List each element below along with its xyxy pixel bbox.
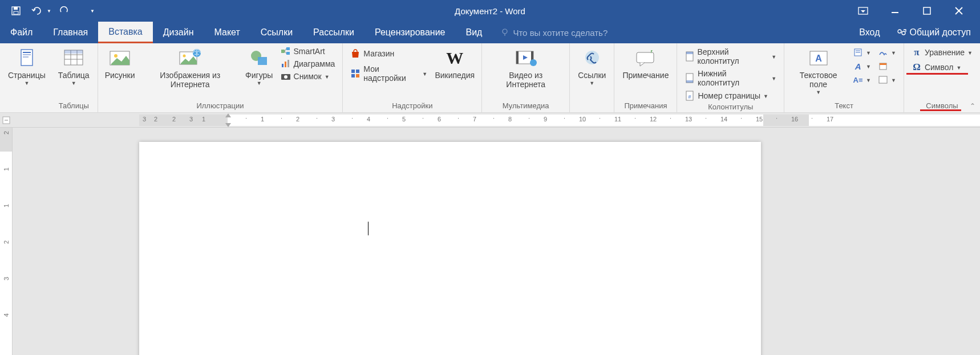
equation-button[interactable]: π Уравнение ▼ [910, 47, 974, 58]
window-controls [852, 3, 980, 19]
store-button[interactable]: Магазин [349, 48, 429, 59]
video-icon [515, 47, 537, 70]
svg-rect-41 [351, 74, 355, 77]
ribbon: Страницы ▼ Таблица ▼ Таблицы Рисунки Изо… [0, 43, 980, 113]
tab-view[interactable]: Вид [455, 22, 492, 43]
pagenum-icon: # [685, 91, 695, 101]
document-page[interactable] [139, 142, 761, 355]
group-illustrations: Рисунки Изображения из Интернета Фигуры … [98, 43, 343, 112]
svg-point-8 [503, 29, 507, 34]
tell-me-placeholder: Что вы хотите сделать? [513, 28, 608, 38]
share-icon [896, 27, 906, 38]
tell-me-search[interactable]: Что вы хотите сделать? [500, 22, 608, 43]
datetime-button[interactable] [876, 60, 890, 72]
tab-file[interactable]: Файл [0, 22, 43, 43]
svg-rect-31 [286, 52, 290, 55]
links-button[interactable]: Ссылки ▼ [576, 46, 608, 87]
chevron-down-icon: ▼ [325, 74, 330, 80]
footer-button[interactable]: Нижний колонтитул ▼ [683, 68, 778, 88]
comment-button[interactable]: Примечание [620, 46, 671, 81]
header-button[interactable]: Верхний колонтитул ▼ [683, 47, 778, 66]
tab-references[interactable]: Ссылки [250, 22, 303, 43]
svg-rect-2 [14, 11, 18, 14]
pictures-button[interactable]: Рисунки [104, 46, 136, 81]
svg-rect-29 [281, 50, 285, 53]
shapes-button[interactable]: Фигуры ▼ [244, 46, 274, 87]
lightbulb-icon [500, 28, 509, 37]
close-button[interactable] [948, 3, 970, 19]
undo-button[interactable] [29, 3, 44, 19]
svg-rect-34 [282, 64, 284, 67]
signature-icon [878, 47, 888, 58]
tab-review[interactable]: Рецензирование [365, 22, 456, 43]
chart-button[interactable]: Диаграмма [279, 58, 337, 70]
chevron-down-icon: ▼ [422, 71, 427, 77]
redo-button[interactable] [56, 3, 72, 19]
quickparts-button[interactable]: ▼ [851, 47, 873, 58]
svg-point-38 [284, 75, 287, 79]
svg-text:#: # [689, 94, 691, 100]
wikipedia-button[interactable]: W Википедия [434, 46, 476, 81]
ribbon-tabs: Файл Главная Вставка Дизайн Макет Ссылки… [0, 22, 980, 43]
save-button[interactable] [8, 3, 24, 19]
undo-dropdown-icon[interactable]: ▼ [47, 9, 51, 14]
textbox-button[interactable]: A Текстовое поле ▼ [790, 46, 847, 96]
wordart-button[interactable]: A▼ [851, 60, 873, 72]
annotation-underline [920, 109, 961, 111]
svg-text:A: A [815, 54, 822, 63]
smartart-button[interactable]: SmartArt [279, 46, 337, 57]
table-button[interactable]: Таблица ▼ [56, 46, 92, 87]
chevron-down-icon: ▼ [816, 89, 821, 95]
footer-icon [685, 73, 695, 83]
online-pictures-button[interactable]: Изображения из Интернета [141, 46, 240, 90]
chart-icon [281, 59, 291, 69]
tab-design[interactable]: Дизайн [153, 22, 204, 43]
svg-rect-48 [637, 52, 654, 63]
tab-home[interactable]: Главная [43, 22, 98, 43]
tab-insert[interactable]: Вставка [98, 22, 152, 43]
svg-rect-21 [64, 50, 83, 54]
quickparts-icon [853, 47, 863, 58]
share-button[interactable]: Общий доступ [893, 22, 975, 43]
signature-button[interactable]: ▼ [876, 47, 898, 58]
addins-icon [350, 68, 361, 79]
svg-rect-39 [351, 70, 355, 73]
svg-rect-40 [356, 70, 359, 73]
svg-rect-15 [23, 56, 29, 58]
object-icon [878, 75, 888, 85]
screenshot-button[interactable]: Снимок ▼ [279, 71, 337, 82]
svg-rect-28 [258, 57, 267, 65]
tab-layout[interactable]: Макет [204, 22, 250, 43]
datetime-icon [878, 61, 888, 71]
group-text: A Текстовое поле ▼ ▼ ▼ A▼ A≡▼ ▼ Текст [784, 43, 904, 112]
object-button[interactable]: ▼ [876, 74, 898, 85]
symbol-button[interactable]: Ω Символ ▼ [910, 62, 974, 73]
annotation-underline [906, 73, 968, 75]
svg-rect-50 [686, 52, 693, 54]
ribbon-display-icon[interactable] [852, 3, 874, 19]
qat-customize-icon[interactable]: ▼ [90, 9, 95, 14]
collapse-ribbon-icon[interactable]: ⌃ [970, 102, 975, 110]
svg-rect-42 [356, 74, 359, 77]
ruler-corner-icon[interactable] [2, 116, 11, 125]
header-icon [685, 51, 694, 62]
ruler-horizontal[interactable]: 323211·2·3·4·5·6·7·8·9·10·11·12·13·14·15… [0, 113, 980, 128]
signin-button[interactable]: Вход [853, 22, 885, 43]
my-addins-button[interactable]: Мои надстройки ▼ [349, 64, 429, 83]
ruler-vertical[interactable]: 211234 [0, 128, 13, 355]
title-bar: ▼ ▼ Документ2 - Word [0, 0, 980, 22]
text-cursor [368, 222, 368, 235]
comment-icon [634, 47, 657, 70]
group-tables: Таблица ▼ Таблицы [50, 43, 98, 112]
pages-button[interactable]: Страницы ▼ [6, 46, 48, 87]
maximize-button[interactable] [916, 3, 938, 19]
textbox-icon: A [807, 47, 830, 70]
shapes-icon [248, 47, 270, 70]
page-number-button[interactable]: # Номер страницы ▼ [683, 90, 778, 101]
dropcap-button[interactable]: A≡▼ [851, 74, 873, 85]
online-video-button[interactable]: Видео из Интернета [488, 46, 564, 90]
minimize-button[interactable] [884, 3, 906, 19]
svg-line-33 [285, 51, 286, 54]
tab-mailings[interactable]: Рассылки [303, 22, 365, 43]
svg-point-11 [902, 31, 905, 35]
